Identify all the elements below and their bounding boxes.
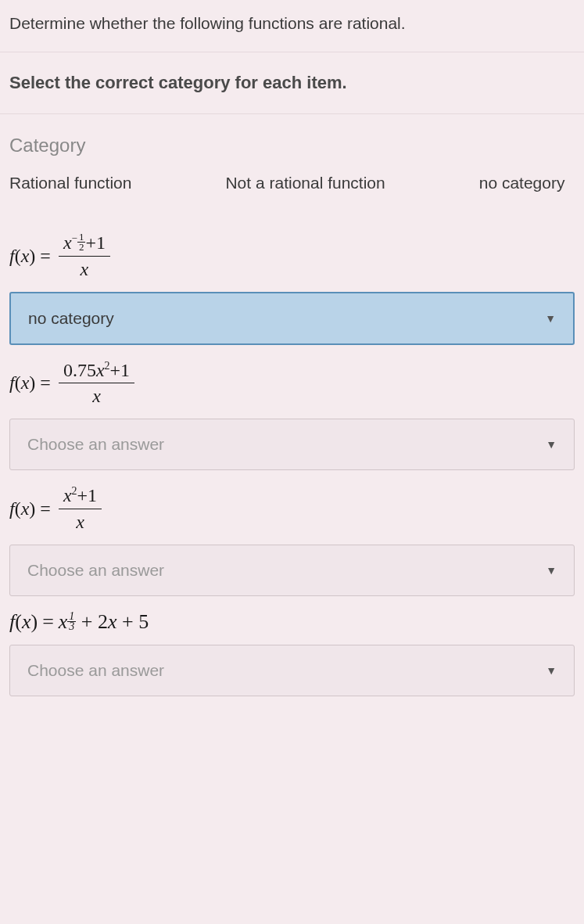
item-3-formula: f(x)= x2+1 x [9,484,575,534]
chevron-down-icon: ▼ [546,664,557,677]
chevron-down-icon: ▼ [545,312,556,325]
category-not-rational: Not a rational function [225,174,385,192]
item-3-placeholder: Choose an answer [27,561,164,580]
item-4: f(x)= x13 + 2x + 5 Choose an answer ▼ [9,610,575,696]
instruction-text: Select the correct category for each ite… [0,52,584,114]
items-section: f(x)= x−12+1 x no category ▼ f(x)= 0.75x… [0,208,584,696]
item-2-dropdown[interactable]: Choose an answer ▼ [9,419,575,470]
item-1-dropdown[interactable]: no category ▼ [9,292,575,345]
category-options: Rational function Not a rational functio… [9,174,575,192]
chevron-down-icon: ▼ [546,564,557,577]
item-4-dropdown[interactable]: Choose an answer ▼ [9,645,575,696]
item-2-placeholder: Choose an answer [27,435,164,454]
question-text: Determine whether the following function… [0,0,584,52]
item-4-formula: f(x)= x13 + 2x + 5 [9,610,575,634]
category-none: no category [479,174,565,192]
item-2: f(x)= 0.75x2+1 x Choose an answer ▼ [9,359,575,471]
item-3-dropdown[interactable]: Choose an answer ▼ [9,545,575,596]
item-4-placeholder: Choose an answer [27,661,164,680]
item-1-formula: f(x)= x−12+1 x [9,232,575,281]
item-2-formula: f(x)= 0.75x2+1 x [9,359,575,408]
item-1: f(x)= x−12+1 x no category ▼ [9,232,575,345]
item-3: f(x)= x2+1 x Choose an answer ▼ [9,484,575,596]
item-1-selected-value: no category [28,309,114,328]
chevron-down-icon: ▼ [546,438,557,451]
category-section: Category Rational function Not a rationa… [0,114,584,208]
category-rational: Rational function [9,174,131,192]
category-label: Category [9,135,575,156]
